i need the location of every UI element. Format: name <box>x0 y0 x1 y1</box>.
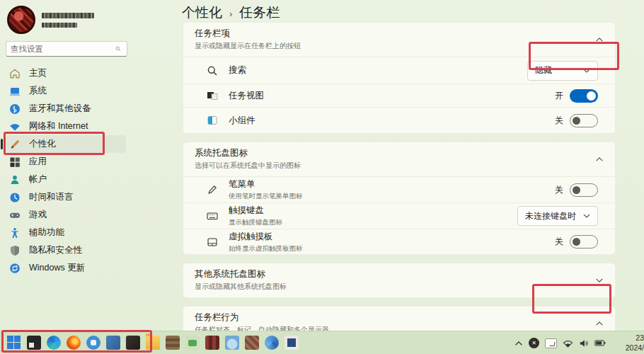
chevron-down-icon[interactable] <box>595 278 604 283</box>
sidebar-item-apps[interactable]: 应用 <box>0 153 168 171</box>
touch-keyboard-dropdown[interactable]: 未连接键盘时 <box>517 206 598 226</box>
section-title: 任务栏项 <box>195 28 595 40</box>
section-other-tray: 其他系统托盘图标 显示或隐藏其他系统托盘图标 <box>183 263 616 298</box>
avatar[interactable] <box>7 6 35 34</box>
section-title: 其他系统托盘图标 <box>195 268 595 280</box>
search-placeholder: 查找设置 <box>11 44 114 55</box>
privacy-icon <box>9 245 21 256</box>
volume-icon[interactable] <box>579 339 589 348</box>
sidebar-item-bluetooth[interactable]: 蓝牙和其他设备 <box>0 100 168 118</box>
start-icon[interactable] <box>7 336 21 350</box>
pixelated-app-3-icon[interactable] <box>205 336 219 350</box>
sidebar-item-privacy[interactable]: 隐私和安全性 <box>0 241 168 259</box>
personalization-icon <box>9 139 21 150</box>
virtual-touchpad-toggle[interactable] <box>570 235 598 249</box>
windows-taskbar: ✕ 23 2024/ <box>0 331 644 354</box>
dark-square-app-icon[interactable] <box>27 336 41 350</box>
row-virtual-touchpad: 虚拟触摸板 始终显示虚拟触摸板图标 关 <box>183 229 615 254</box>
section-taskbar-items: 任务栏项 显示或隐藏显示在任务栏上的按钮 搜索 隐藏 任务视图 开 <box>183 22 616 134</box>
bluetooth-icon <box>9 103 21 115</box>
sidebar-item-accounts[interactable]: 帐户 <box>0 171 168 188</box>
wifi-icon[interactable] <box>563 339 573 348</box>
chevron-down-icon <box>583 69 590 73</box>
settings-search-box[interactable]: 查找设置 <box>6 41 127 57</box>
gaming-icon <box>9 210 21 221</box>
clock-time: 23 <box>614 333 644 343</box>
file-explorer-icon[interactable] <box>146 336 160 350</box>
widgets-toggle[interactable] <box>570 114 598 127</box>
toggle-state-label: 关 <box>555 236 563 248</box>
dark-app-icon[interactable] <box>126 336 140 350</box>
breadcrumb: 个性化 › 任务栏 <box>182 4 280 22</box>
row-label: 搜索 <box>229 64 527 76</box>
breadcrumb-parent[interactable]: 个性化 <box>182 4 222 22</box>
pen-icon <box>207 184 218 195</box>
sidebar-item-gaming[interactable]: 游戏 <box>0 206 168 224</box>
sidebar-item-accessibility[interactable]: 辅助功能 <box>0 224 168 241</box>
sidebar-item-home[interactable]: 主页 <box>0 64 168 82</box>
section-taskbar-items-header[interactable]: 任务栏项 显示或隐藏显示在任务栏上的按钮 <box>183 23 615 57</box>
pixelated-app-1-icon[interactable] <box>166 336 180 350</box>
system-tray: ✕ 23 2024/ <box>514 331 644 354</box>
row-task-view: 任务视图 开 <box>183 84 615 107</box>
search-icon <box>114 46 122 52</box>
sidebar-item-network[interactable]: 网络和 Internet <box>0 118 168 135</box>
blue-app-icon[interactable] <box>106 336 120 350</box>
sidebar-item-time-language[interactable]: 时间和语言 <box>0 188 168 206</box>
row-touch-keyboard: 触摸键盘 显示触摸键盘图标 未连接键盘时 <box>183 202 615 229</box>
pixelated-app-2-icon[interactable] <box>185 336 200 350</box>
firefox-icon[interactable] <box>67 336 81 350</box>
section-system-tray: 系统托盘图标 选择可以在系统托盘中显示的图标 笔菜单 使用笔时显示笔菜单图标 关… <box>183 142 616 255</box>
task-view-toggle[interactable] <box>570 89 598 103</box>
user-profile[interactable] <box>7 6 94 34</box>
chevron-up-icon[interactable] <box>595 37 604 42</box>
battery-icon[interactable] <box>594 339 606 347</box>
touch-keyboard-tray-icon[interactable] <box>545 338 557 348</box>
sidebar-item-personalization[interactable]: 个性化 <box>0 135 168 153</box>
settings-sidebar: 查找设置 主页 系统 蓝牙和其他设备 网络和 Internet 个性化 <box>0 0 168 331</box>
sidebar-item-windows-update[interactable]: Windows 更新 <box>0 259 168 277</box>
widgets-icon <box>207 115 218 126</box>
toggle-state-label: 关 <box>555 184 563 196</box>
pixelated-app-7-icon[interactable] <box>284 336 299 350</box>
pixelated-app-6-icon[interactable] <box>265 336 279 350</box>
taskbar-apps <box>7 336 299 350</box>
section-subtitle: 显示或隐藏显示在任务栏上的按钮 <box>195 41 595 51</box>
section-subtitle: 显示或隐藏其他系统托盘图标 <box>195 282 595 292</box>
accessibility-icon <box>9 227 21 239</box>
sidebar-nav: 主页 系统 蓝牙和其他设备 网络和 Internet 个性化 应用 帐户 <box>0 64 168 277</box>
pen-menu-toggle[interactable] <box>570 183 598 197</box>
touchpad-icon <box>207 236 218 248</box>
user-name-censored <box>42 13 94 28</box>
pixelated-app-5-icon[interactable] <box>245 336 259 350</box>
row-label: 小组件 <box>229 115 555 127</box>
section-title: 系统托盘图标 <box>195 147 595 159</box>
section-title: 任务栏行为 <box>195 312 595 324</box>
chevron-up-icon[interactable] <box>595 156 604 162</box>
search-icon <box>207 65 218 76</box>
chevron-up-icon[interactable] <box>514 341 523 346</box>
task-view-icon <box>207 90 218 101</box>
pixelated-app-4-icon[interactable] <box>225 336 239 350</box>
system-icon <box>9 86 21 97</box>
section-system-tray-header[interactable]: 系统托盘图标 选择可以在系统托盘中显示的图标 <box>183 142 615 176</box>
time-language-icon <box>9 192 21 203</box>
chevron-up-icon[interactable] <box>595 321 604 326</box>
sidebar-item-system[interactable]: 系统 <box>0 82 168 100</box>
clock-date: 2024/ <box>614 343 644 353</box>
taskbar-clock[interactable]: 23 2024/ <box>614 333 644 352</box>
edge-icon[interactable] <box>47 336 61 350</box>
section-subtitle: 选择可以在系统托盘中显示的图标 <box>195 161 595 171</box>
network-icon <box>9 121 21 132</box>
row-pen-menu: 笔菜单 使用笔时显示笔菜单图标 关 <box>183 176 615 202</box>
search-visibility-dropdown[interactable]: 隐藏 <box>527 61 598 81</box>
home-icon <box>9 68 21 79</box>
section-other-tray-header[interactable]: 其他系统托盘图标 显示或隐藏其他系统托盘图标 <box>183 263 615 297</box>
row-label: 虚拟触摸板 始终显示虚拟触摸板图标 <box>229 231 555 253</box>
row-search: 搜索 隐藏 <box>183 57 615 84</box>
blue-circle-app-icon[interactable] <box>86 336 100 350</box>
close-circle-icon[interactable]: ✕ <box>529 338 539 348</box>
toggle-state-label: 开 <box>555 90 563 102</box>
settings-main: 个性化 › 任务栏 任务栏项 显示或隐藏显示在任务栏上的按钮 搜索 隐藏 <box>172 0 644 331</box>
toggle-state-label: 关 <box>555 115 563 127</box>
